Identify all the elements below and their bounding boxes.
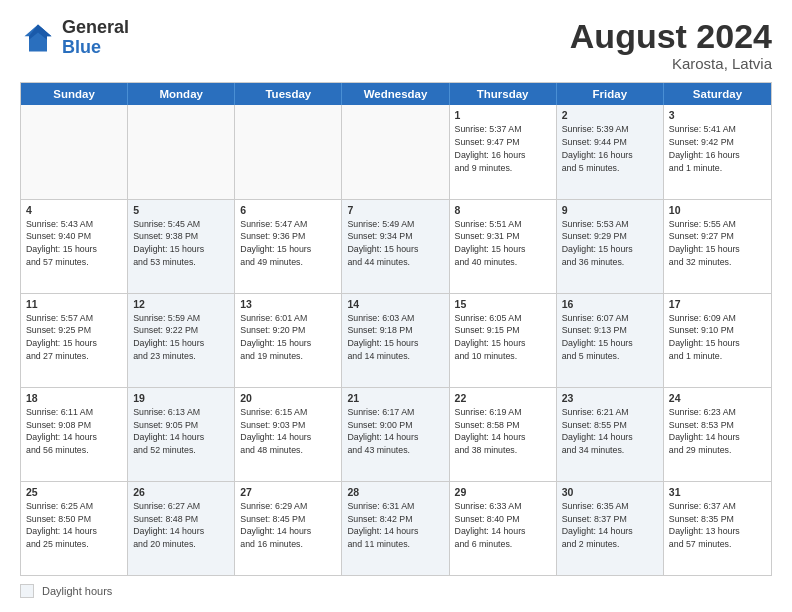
calendar-cell-25: 25Sunrise: 6:25 AM Sunset: 8:50 PM Dayli… xyxy=(21,482,128,575)
title-block: August 2024 Karosta, Latvia xyxy=(570,18,772,72)
calendar-cell-3: 3Sunrise: 5:41 AM Sunset: 9:42 PM Daylig… xyxy=(664,105,771,198)
footer: Daylight hours xyxy=(20,584,772,598)
calendar-row-1: 1Sunrise: 5:37 AM Sunset: 9:47 PM Daylig… xyxy=(21,105,771,198)
day-info: Sunrise: 5:43 AM Sunset: 9:40 PM Dayligh… xyxy=(26,218,122,269)
calendar-cell-24: 24Sunrise: 6:23 AM Sunset: 8:53 PM Dayli… xyxy=(664,388,771,481)
day-of-week-wednesday: Wednesday xyxy=(342,83,449,105)
day-info: Sunrise: 6:19 AM Sunset: 8:58 PM Dayligh… xyxy=(455,406,551,457)
day-info: Sunrise: 6:37 AM Sunset: 8:35 PM Dayligh… xyxy=(669,500,766,551)
day-of-week-sunday: Sunday xyxy=(21,83,128,105)
day-number: 14 xyxy=(347,298,443,310)
day-number: 25 xyxy=(26,486,122,498)
calendar-cell-11: 11Sunrise: 5:57 AM Sunset: 9:25 PM Dayli… xyxy=(21,294,128,387)
logo: General Blue xyxy=(20,18,129,58)
calendar-cell-19: 19Sunrise: 6:13 AM Sunset: 9:05 PM Dayli… xyxy=(128,388,235,481)
day-info: Sunrise: 6:09 AM Sunset: 9:10 PM Dayligh… xyxy=(669,312,766,363)
day-number: 21 xyxy=(347,392,443,404)
day-number: 27 xyxy=(240,486,336,498)
day-info: Sunrise: 6:35 AM Sunset: 8:37 PM Dayligh… xyxy=(562,500,658,551)
day-info: Sunrise: 5:53 AM Sunset: 9:29 PM Dayligh… xyxy=(562,218,658,269)
day-info: Sunrise: 5:45 AM Sunset: 9:38 PM Dayligh… xyxy=(133,218,229,269)
day-info: Sunrise: 5:39 AM Sunset: 9:44 PM Dayligh… xyxy=(562,123,658,174)
logo-icon xyxy=(20,20,56,56)
day-number: 9 xyxy=(562,204,658,216)
location: Karosta, Latvia xyxy=(570,55,772,72)
calendar-cell-29: 29Sunrise: 6:33 AM Sunset: 8:40 PM Dayli… xyxy=(450,482,557,575)
day-number: 8 xyxy=(455,204,551,216)
page: General Blue August 2024 Karosta, Latvia… xyxy=(0,0,792,612)
day-info: Sunrise: 6:17 AM Sunset: 9:00 PM Dayligh… xyxy=(347,406,443,457)
day-info: Sunrise: 6:25 AM Sunset: 8:50 PM Dayligh… xyxy=(26,500,122,551)
day-number: 11 xyxy=(26,298,122,310)
daylight-label: Daylight hours xyxy=(42,585,112,597)
day-number: 29 xyxy=(455,486,551,498)
calendar-cell-31: 31Sunrise: 6:37 AM Sunset: 8:35 PM Dayli… xyxy=(664,482,771,575)
day-info: Sunrise: 6:01 AM Sunset: 9:20 PM Dayligh… xyxy=(240,312,336,363)
logo-general: General xyxy=(62,18,129,38)
calendar-cell-12: 12Sunrise: 5:59 AM Sunset: 9:22 PM Dayli… xyxy=(128,294,235,387)
calendar-header: SundayMondayTuesdayWednesdayThursdayFrid… xyxy=(21,83,771,105)
day-number: 17 xyxy=(669,298,766,310)
day-number: 5 xyxy=(133,204,229,216)
calendar-body: 1Sunrise: 5:37 AM Sunset: 9:47 PM Daylig… xyxy=(21,105,771,575)
day-number: 12 xyxy=(133,298,229,310)
day-info: Sunrise: 5:59 AM Sunset: 9:22 PM Dayligh… xyxy=(133,312,229,363)
day-number: 19 xyxy=(133,392,229,404)
day-number: 15 xyxy=(455,298,551,310)
calendar-row-4: 18Sunrise: 6:11 AM Sunset: 9:08 PM Dayli… xyxy=(21,387,771,481)
day-info: Sunrise: 5:49 AM Sunset: 9:34 PM Dayligh… xyxy=(347,218,443,269)
calendar-cell-26: 26Sunrise: 6:27 AM Sunset: 8:48 PM Dayli… xyxy=(128,482,235,575)
day-number: 3 xyxy=(669,109,766,121)
day-info: Sunrise: 6:15 AM Sunset: 9:03 PM Dayligh… xyxy=(240,406,336,457)
day-of-week-friday: Friday xyxy=(557,83,664,105)
day-info: Sunrise: 6:21 AM Sunset: 8:55 PM Dayligh… xyxy=(562,406,658,457)
calendar-cell-4: 4Sunrise: 5:43 AM Sunset: 9:40 PM Daylig… xyxy=(21,200,128,293)
calendar-cell-21: 21Sunrise: 6:17 AM Sunset: 9:00 PM Dayli… xyxy=(342,388,449,481)
calendar-cell-30: 30Sunrise: 6:35 AM Sunset: 8:37 PM Dayli… xyxy=(557,482,664,575)
day-info: Sunrise: 6:07 AM Sunset: 9:13 PM Dayligh… xyxy=(562,312,658,363)
day-info: Sunrise: 6:05 AM Sunset: 9:15 PM Dayligh… xyxy=(455,312,551,363)
day-number: 2 xyxy=(562,109,658,121)
logo-text: General Blue xyxy=(62,18,129,58)
day-number: 22 xyxy=(455,392,551,404)
calendar-cell-5: 5Sunrise: 5:45 AM Sunset: 9:38 PM Daylig… xyxy=(128,200,235,293)
calendar-cell-empty xyxy=(128,105,235,198)
calendar-cell-16: 16Sunrise: 6:07 AM Sunset: 9:13 PM Dayli… xyxy=(557,294,664,387)
day-of-week-saturday: Saturday xyxy=(664,83,771,105)
day-number: 23 xyxy=(562,392,658,404)
logo-blue-text: Blue xyxy=(62,38,129,58)
calendar-cell-14: 14Sunrise: 6:03 AM Sunset: 9:18 PM Dayli… xyxy=(342,294,449,387)
day-info: Sunrise: 6:31 AM Sunset: 8:42 PM Dayligh… xyxy=(347,500,443,551)
calendar-cell-23: 23Sunrise: 6:21 AM Sunset: 8:55 PM Dayli… xyxy=(557,388,664,481)
day-number: 6 xyxy=(240,204,336,216)
calendar-cell-2: 2Sunrise: 5:39 AM Sunset: 9:44 PM Daylig… xyxy=(557,105,664,198)
daylight-box xyxy=(20,584,34,598)
calendar-cell-9: 9Sunrise: 5:53 AM Sunset: 9:29 PM Daylig… xyxy=(557,200,664,293)
day-number: 1 xyxy=(455,109,551,121)
calendar-cell-22: 22Sunrise: 6:19 AM Sunset: 8:58 PM Dayli… xyxy=(450,388,557,481)
day-number: 10 xyxy=(669,204,766,216)
calendar-cell-13: 13Sunrise: 6:01 AM Sunset: 9:20 PM Dayli… xyxy=(235,294,342,387)
calendar-cell-6: 6Sunrise: 5:47 AM Sunset: 9:36 PM Daylig… xyxy=(235,200,342,293)
day-info: Sunrise: 6:13 AM Sunset: 9:05 PM Dayligh… xyxy=(133,406,229,457)
day-number: 13 xyxy=(240,298,336,310)
calendar-cell-28: 28Sunrise: 6:31 AM Sunset: 8:42 PM Dayli… xyxy=(342,482,449,575)
day-of-week-monday: Monday xyxy=(128,83,235,105)
calendar-cell-7: 7Sunrise: 5:49 AM Sunset: 9:34 PM Daylig… xyxy=(342,200,449,293)
day-number: 18 xyxy=(26,392,122,404)
calendar-cell-20: 20Sunrise: 6:15 AM Sunset: 9:03 PM Dayli… xyxy=(235,388,342,481)
day-info: Sunrise: 5:41 AM Sunset: 9:42 PM Dayligh… xyxy=(669,123,766,174)
calendar-cell-empty xyxy=(342,105,449,198)
month-year: August 2024 xyxy=(570,18,772,55)
day-info: Sunrise: 6:33 AM Sunset: 8:40 PM Dayligh… xyxy=(455,500,551,551)
header: General Blue August 2024 Karosta, Latvia xyxy=(20,18,772,72)
day-of-week-thursday: Thursday xyxy=(450,83,557,105)
day-of-week-tuesday: Tuesday xyxy=(235,83,342,105)
day-info: Sunrise: 6:23 AM Sunset: 8:53 PM Dayligh… xyxy=(669,406,766,457)
calendar-cell-17: 17Sunrise: 6:09 AM Sunset: 9:10 PM Dayli… xyxy=(664,294,771,387)
calendar-cell-15: 15Sunrise: 6:05 AM Sunset: 9:15 PM Dayli… xyxy=(450,294,557,387)
calendar-cell-empty xyxy=(21,105,128,198)
day-info: Sunrise: 6:27 AM Sunset: 8:48 PM Dayligh… xyxy=(133,500,229,551)
day-info: Sunrise: 5:51 AM Sunset: 9:31 PM Dayligh… xyxy=(455,218,551,269)
calendar-cell-27: 27Sunrise: 6:29 AM Sunset: 8:45 PM Dayli… xyxy=(235,482,342,575)
